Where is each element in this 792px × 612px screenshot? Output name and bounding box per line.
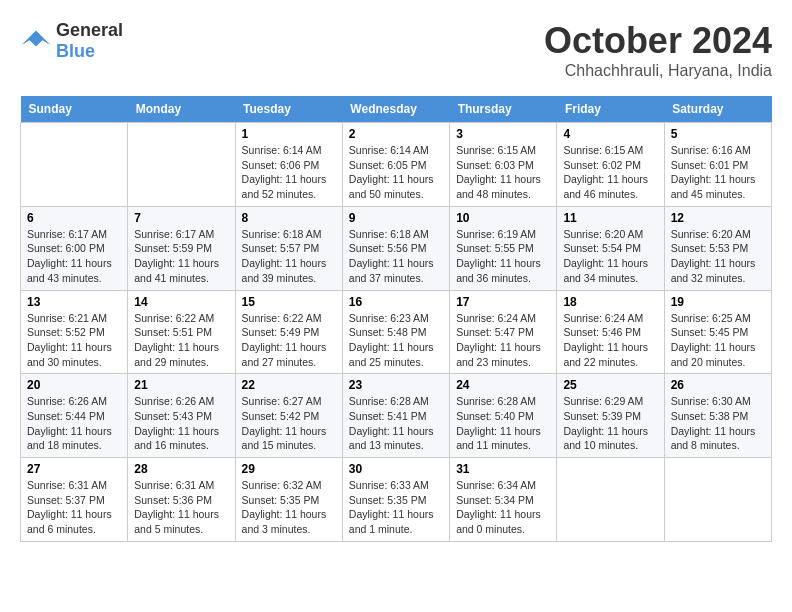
day-number: 21: [134, 378, 228, 392]
day-number: 8: [242, 211, 336, 225]
calendar-week-5: 27Sunrise: 6:31 AMSunset: 5:37 PMDayligh…: [21, 458, 772, 542]
header-thursday: Thursday: [450, 96, 557, 123]
day-number: 11: [563, 211, 657, 225]
day-info: Sunrise: 6:24 AMSunset: 5:46 PMDaylight:…: [563, 311, 657, 370]
day-info: Sunrise: 6:32 AMSunset: 5:35 PMDaylight:…: [242, 478, 336, 537]
calendar-cell: 11Sunrise: 6:20 AMSunset: 5:54 PMDayligh…: [557, 206, 664, 290]
calendar-cell: 30Sunrise: 6:33 AMSunset: 5:35 PMDayligh…: [342, 458, 449, 542]
day-number: 12: [671, 211, 765, 225]
calendar-cell: 29Sunrise: 6:32 AMSunset: 5:35 PMDayligh…: [235, 458, 342, 542]
day-number: 4: [563, 127, 657, 141]
header-tuesday: Tuesday: [235, 96, 342, 123]
header-saturday: Saturday: [664, 96, 771, 123]
day-number: 23: [349, 378, 443, 392]
calendar-header-row: SundayMondayTuesdayWednesdayThursdayFrid…: [21, 96, 772, 123]
calendar-cell: 19Sunrise: 6:25 AMSunset: 5:45 PMDayligh…: [664, 290, 771, 374]
day-info: Sunrise: 6:22 AMSunset: 5:49 PMDaylight:…: [242, 311, 336, 370]
calendar-cell: 17Sunrise: 6:24 AMSunset: 5:47 PMDayligh…: [450, 290, 557, 374]
day-number: 31: [456, 462, 550, 476]
calendar-cell: 1Sunrise: 6:14 AMSunset: 6:06 PMDaylight…: [235, 123, 342, 207]
calendar-cell: 2Sunrise: 6:14 AMSunset: 6:05 PMDaylight…: [342, 123, 449, 207]
day-info: Sunrise: 6:15 AMSunset: 6:03 PMDaylight:…: [456, 143, 550, 202]
calendar-week-3: 13Sunrise: 6:21 AMSunset: 5:52 PMDayligh…: [21, 290, 772, 374]
day-info: Sunrise: 6:34 AMSunset: 5:34 PMDaylight:…: [456, 478, 550, 537]
calendar-cell: 10Sunrise: 6:19 AMSunset: 5:55 PMDayligh…: [450, 206, 557, 290]
day-number: 20: [27, 378, 121, 392]
calendar-cell: 16Sunrise: 6:23 AMSunset: 5:48 PMDayligh…: [342, 290, 449, 374]
calendar-cell: [664, 458, 771, 542]
day-number: 16: [349, 295, 443, 309]
day-number: 9: [349, 211, 443, 225]
day-number: 22: [242, 378, 336, 392]
day-info: Sunrise: 6:17 AMSunset: 5:59 PMDaylight:…: [134, 227, 228, 286]
calendar-cell: 6Sunrise: 6:17 AMSunset: 6:00 PMDaylight…: [21, 206, 128, 290]
calendar-cell: [557, 458, 664, 542]
calendar-cell: 20Sunrise: 6:26 AMSunset: 5:44 PMDayligh…: [21, 374, 128, 458]
calendar-cell: 23Sunrise: 6:28 AMSunset: 5:41 PMDayligh…: [342, 374, 449, 458]
day-number: 27: [27, 462, 121, 476]
day-number: 10: [456, 211, 550, 225]
day-number: 17: [456, 295, 550, 309]
day-info: Sunrise: 6:31 AMSunset: 5:36 PMDaylight:…: [134, 478, 228, 537]
day-info: Sunrise: 6:33 AMSunset: 5:35 PMDaylight:…: [349, 478, 443, 537]
calendar-cell: 25Sunrise: 6:29 AMSunset: 5:39 PMDayligh…: [557, 374, 664, 458]
calendar: SundayMondayTuesdayWednesdayThursdayFrid…: [20, 96, 772, 542]
day-number: 24: [456, 378, 550, 392]
day-info: Sunrise: 6:27 AMSunset: 5:42 PMDaylight:…: [242, 394, 336, 453]
day-info: Sunrise: 6:26 AMSunset: 5:44 PMDaylight:…: [27, 394, 121, 453]
calendar-cell: [128, 123, 235, 207]
calendar-week-2: 6Sunrise: 6:17 AMSunset: 6:00 PMDaylight…: [21, 206, 772, 290]
calendar-cell: 14Sunrise: 6:22 AMSunset: 5:51 PMDayligh…: [128, 290, 235, 374]
day-info: Sunrise: 6:20 AMSunset: 5:54 PMDaylight:…: [563, 227, 657, 286]
header-wednesday: Wednesday: [342, 96, 449, 123]
logo: General Blue: [20, 20, 123, 62]
month-title: October 2024: [544, 20, 772, 62]
day-number: 1: [242, 127, 336, 141]
day-info: Sunrise: 6:31 AMSunset: 5:37 PMDaylight:…: [27, 478, 121, 537]
svg-marker-0: [22, 31, 51, 47]
logo-general: General: [56, 20, 123, 40]
calendar-week-1: 1Sunrise: 6:14 AMSunset: 6:06 PMDaylight…: [21, 123, 772, 207]
day-info: Sunrise: 6:23 AMSunset: 5:48 PMDaylight:…: [349, 311, 443, 370]
day-number: 28: [134, 462, 228, 476]
day-number: 26: [671, 378, 765, 392]
calendar-cell: 15Sunrise: 6:22 AMSunset: 5:49 PMDayligh…: [235, 290, 342, 374]
day-number: 30: [349, 462, 443, 476]
header-friday: Friday: [557, 96, 664, 123]
header-sunday: Sunday: [21, 96, 128, 123]
logo-icon: [20, 29, 52, 53]
calendar-cell: 18Sunrise: 6:24 AMSunset: 5:46 PMDayligh…: [557, 290, 664, 374]
day-info: Sunrise: 6:17 AMSunset: 6:00 PMDaylight:…: [27, 227, 121, 286]
day-info: Sunrise: 6:25 AMSunset: 5:45 PMDaylight:…: [671, 311, 765, 370]
day-info: Sunrise: 6:28 AMSunset: 5:41 PMDaylight:…: [349, 394, 443, 453]
calendar-cell: 3Sunrise: 6:15 AMSunset: 6:03 PMDaylight…: [450, 123, 557, 207]
page-header: General Blue October 2024 Chhachhrauli, …: [20, 20, 772, 80]
day-info: Sunrise: 6:19 AMSunset: 5:55 PMDaylight:…: [456, 227, 550, 286]
calendar-cell: 8Sunrise: 6:18 AMSunset: 5:57 PMDaylight…: [235, 206, 342, 290]
day-info: Sunrise: 6:15 AMSunset: 6:02 PMDaylight:…: [563, 143, 657, 202]
calendar-cell: [21, 123, 128, 207]
calendar-cell: 31Sunrise: 6:34 AMSunset: 5:34 PMDayligh…: [450, 458, 557, 542]
calendar-cell: 7Sunrise: 6:17 AMSunset: 5:59 PMDaylight…: [128, 206, 235, 290]
calendar-week-4: 20Sunrise: 6:26 AMSunset: 5:44 PMDayligh…: [21, 374, 772, 458]
day-number: 25: [563, 378, 657, 392]
day-number: 3: [456, 127, 550, 141]
day-info: Sunrise: 6:18 AMSunset: 5:57 PMDaylight:…: [242, 227, 336, 286]
day-number: 5: [671, 127, 765, 141]
calendar-cell: 22Sunrise: 6:27 AMSunset: 5:42 PMDayligh…: [235, 374, 342, 458]
day-info: Sunrise: 6:24 AMSunset: 5:47 PMDaylight:…: [456, 311, 550, 370]
day-number: 13: [27, 295, 121, 309]
day-number: 18: [563, 295, 657, 309]
calendar-cell: 13Sunrise: 6:21 AMSunset: 5:52 PMDayligh…: [21, 290, 128, 374]
day-number: 7: [134, 211, 228, 225]
day-number: 19: [671, 295, 765, 309]
calendar-cell: 24Sunrise: 6:28 AMSunset: 5:40 PMDayligh…: [450, 374, 557, 458]
day-number: 15: [242, 295, 336, 309]
day-info: Sunrise: 6:14 AMSunset: 6:05 PMDaylight:…: [349, 143, 443, 202]
calendar-cell: 4Sunrise: 6:15 AMSunset: 6:02 PMDaylight…: [557, 123, 664, 207]
day-info: Sunrise: 6:30 AMSunset: 5:38 PMDaylight:…: [671, 394, 765, 453]
calendar-cell: 12Sunrise: 6:20 AMSunset: 5:53 PMDayligh…: [664, 206, 771, 290]
day-number: 29: [242, 462, 336, 476]
calendar-cell: 21Sunrise: 6:26 AMSunset: 5:43 PMDayligh…: [128, 374, 235, 458]
calendar-cell: 28Sunrise: 6:31 AMSunset: 5:36 PMDayligh…: [128, 458, 235, 542]
